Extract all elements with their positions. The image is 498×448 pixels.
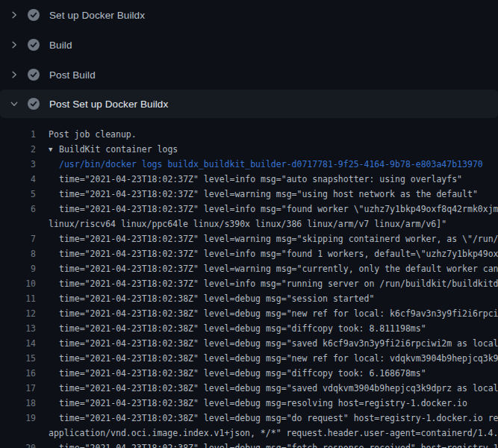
log-text: Post job cleanup. (49, 127, 137, 142)
log-line: 3/usr/bin/docker logs buildx_buildkit_bu… (0, 157, 498, 172)
log-line: 4time="2021-04-23T18:02:37Z" level=info … (0, 172, 498, 187)
chevron-down-icon (9, 99, 19, 109)
actions-log-viewer: Set up Docker BuildxBuildPost BuildPost … (0, 0, 498, 448)
log-line: 14time="2021-04-23T18:02:38Z" level=debu… (0, 336, 498, 351)
step-label: Post Set up Docker Buildx (49, 99, 168, 110)
log-line: 7time="2021-04-23T18:02:37Z" level=warni… (0, 231, 498, 246)
log-text: time="2021-04-23T18:02:38Z" level=debug … (59, 306, 498, 321)
log-text: time="2021-04-23T18:02:38Z" level=debug … (59, 381, 498, 396)
log-group-title[interactable]: BuildKit container logs (59, 142, 178, 157)
log-line: 2▼BuildKit container logs (0, 142, 498, 157)
log-command-text: /usr/bin/docker logs buildx_buildkit_bui… (59, 157, 483, 172)
log-line: 1Post job cleanup. (0, 127, 498, 142)
chevron-right-icon (9, 69, 19, 80)
log-text: time="2021-04-23T18:02:38Z" level=debug … (59, 441, 498, 448)
step-label: Post Build (49, 69, 96, 81)
line-number[interactable]: 19 (0, 411, 36, 426)
log-line: 17time="2021-04-23T18:02:38Z" level=debu… (0, 381, 498, 396)
log-line: 9time="2021-04-23T18:02:37Z" level=warni… (0, 261, 498, 276)
line-number[interactable]: 2 (0, 142, 36, 157)
log-text: linux/riscv64 linux/ppc64le linux/s390x … (49, 217, 446, 231)
line-number[interactable]: 16 (0, 366, 36, 381)
log-text: time="2021-04-23T18:02:38Z" level=debug … (59, 411, 498, 426)
line-number[interactable]: 14 (0, 336, 36, 351)
log-line-wrapped: linux/riscv64 linux/ppc64le linux/s390x … (0, 217, 498, 231)
line-number[interactable]: 3 (0, 157, 36, 172)
line-number (0, 217, 36, 231)
step-label: Set up Docker Buildx (49, 10, 145, 21)
log-text: time="2021-04-23T18:02:38Z" level=debug … (59, 291, 374, 306)
log-text: time="2021-04-23T18:02:37Z" level=info m… (59, 276, 498, 291)
check-circle-icon (28, 9, 40, 21)
line-number[interactable]: 13 (0, 321, 36, 336)
log-line: 5time="2021-04-23T18:02:37Z" level=warni… (0, 187, 498, 202)
line-number[interactable]: 4 (0, 172, 36, 187)
log-text: time="2021-04-23T18:02:38Z" level=debug … (59, 351, 498, 366)
log-line: 16time="2021-04-23T18:02:38Z" level=debu… (0, 366, 498, 381)
line-number[interactable]: 15 (0, 351, 36, 366)
chevron-right-icon (9, 10, 19, 20)
line-number[interactable]: 17 (0, 381, 36, 396)
line-number[interactable]: 9 (0, 261, 36, 276)
log-line: 8time="2021-04-23T18:02:37Z" level=info … (0, 246, 498, 261)
line-number[interactable]: 12 (0, 306, 36, 321)
log-text: time="2021-04-23T18:02:37Z" level=warnin… (59, 261, 498, 276)
log-text: time="2021-04-23T18:02:38Z" level=debug … (59, 366, 426, 381)
step-label: Build (49, 40, 72, 51)
log-line: 19time="2021-04-23T18:02:38Z" level=debu… (0, 411, 498, 426)
log-panel: 1Post job cleanup.2▼BuildKit container l… (0, 118, 498, 448)
check-circle-icon (28, 98, 40, 110)
line-number[interactable]: 6 (0, 202, 36, 217)
log-text: time="2021-04-23T18:02:37Z" level=info m… (59, 172, 462, 187)
line-number[interactable]: 20 (0, 441, 36, 448)
line-number[interactable]: 5 (0, 187, 36, 202)
step-row-set-up-docker-buildx[interactable]: Set up Docker Buildx (0, 0, 498, 30)
chevron-right-icon (9, 40, 19, 50)
group-disclosure-icon[interactable]: ▼ (49, 142, 59, 157)
log-line: 6time="2021-04-23T18:02:37Z" level=info … (0, 202, 498, 217)
log-text: time="2021-04-23T18:02:38Z" level=debug … (59, 321, 426, 336)
line-number[interactable]: 1 (0, 127, 36, 142)
log-text: time="2021-04-23T18:02:38Z" level=debug … (59, 336, 498, 351)
step-row-build[interactable]: Build (0, 30, 498, 60)
step-row-post-build[interactable]: Post Build (0, 60, 498, 90)
log-text: time="2021-04-23T18:02:37Z" level=warnin… (59, 231, 498, 246)
log-line: 20time="2021-04-23T18:02:38Z" level=debu… (0, 441, 498, 448)
log-line: 13time="2021-04-23T18:02:38Z" level=debu… (0, 321, 498, 336)
line-number[interactable]: 11 (0, 291, 36, 306)
log-text: time="2021-04-23T18:02:37Z" level=info m… (59, 202, 498, 217)
check-circle-icon (28, 39, 40, 51)
line-number (0, 426, 36, 441)
log-line: 18time="2021-04-23T18:02:38Z" level=debu… (0, 396, 498, 411)
steps-list: Set up Docker BuildxBuildPost BuildPost … (0, 0, 498, 118)
line-number[interactable]: 18 (0, 396, 36, 411)
log-text: application/vnd.oci.image.index.v1+json,… (49, 426, 498, 441)
log-line: 10time="2021-04-23T18:02:37Z" level=info… (0, 276, 498, 291)
line-number[interactable]: 7 (0, 231, 36, 246)
log-text: time="2021-04-23T18:02:38Z" level=debug … (59, 396, 467, 411)
log-line: 12time="2021-04-23T18:02:38Z" level=debu… (0, 306, 498, 321)
log-text: time="2021-04-23T18:02:37Z" level=warnin… (59, 187, 478, 202)
line-number[interactable]: 8 (0, 246, 36, 261)
line-number[interactable]: 10 (0, 276, 36, 291)
step-row-post-set-up-docker-buildx[interactable]: Post Set up Docker Buildx (0, 90, 498, 118)
log-line-wrapped: application/vnd.oci.image.index.v1+json,… (0, 426, 498, 441)
log-text: time="2021-04-23T18:02:37Z" level=info m… (59, 246, 498, 261)
check-circle-icon (28, 69, 40, 81)
log-line: 15time="2021-04-23T18:02:38Z" level=debu… (0, 351, 498, 366)
log-line: 11time="2021-04-23T18:02:38Z" level=debu… (0, 291, 498, 306)
